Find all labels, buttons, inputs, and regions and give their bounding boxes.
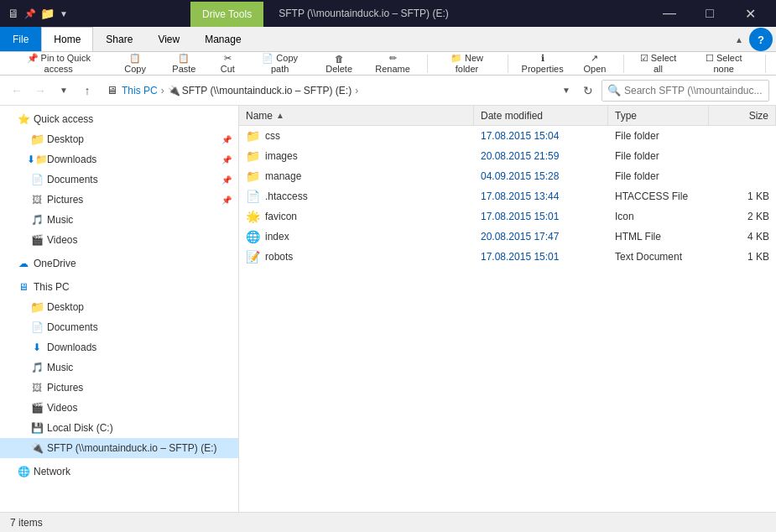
file-type-3: HTACCESS File (608, 186, 709, 206)
sidebar-label-pictures-pc: Pictures (47, 382, 83, 394)
sidebar-item-downloads-qa[interactable]: ⬇📁 Downloads 📌 (0, 149, 238, 170)
folder-icon-pictures-qa: 🖼 (30, 193, 44, 206)
paste-btn[interactable]: 📋 Paste (160, 55, 209, 73)
table-row[interactable]: 📝 robots 17.08.2015 15:01 Text Document … (239, 247, 776, 267)
cut-btn[interactable]: ✂ Cut (210, 55, 245, 73)
col-header-size[interactable]: Size (709, 106, 776, 126)
tab-file[interactable]: File (0, 27, 41, 51)
delete-btn[interactable]: 🗑 Delete (315, 55, 363, 73)
pin-icon-pictures: 📌 (221, 196, 232, 205)
file-size-4: 2 KB (709, 206, 776, 227)
tab-share[interactable]: Share (93, 27, 145, 51)
col-header-type[interactable]: Type (608, 106, 709, 126)
file-name-3: 📄 .htaccess (239, 186, 474, 206)
file-icon-4: 🌟 (246, 210, 260, 223)
folder-icon-videos-qa: 🎬 (30, 233, 44, 247)
sidebar-item-downloads-pc[interactable]: ⬇ Downloads (0, 337, 238, 357)
file-name-5: 🌐 index (239, 227, 474, 247)
breadcrumb-sep-1: › (161, 85, 164, 96)
ribbon-tabs: Drive Tools File Home Share View Manage … (0, 27, 776, 52)
file-name-2: 📁 manage (239, 166, 474, 186)
refresh-button[interactable]: ↻ (578, 81, 598, 101)
back-button[interactable]: ← (7, 81, 27, 101)
table-row[interactable]: 🌟 favicon 17.08.2015 15:01 Icon 2 KB (239, 206, 776, 227)
file-icon-1: 📁 (246, 149, 260, 163)
file-icon-5: 🌐 (246, 230, 260, 243)
table-row[interactable]: 📁 css 17.08.2015 15:04 File folder (239, 126, 776, 146)
sidebar-item-desktop-qa[interactable]: 📁 Desktop 📌 (0, 129, 238, 149)
breadcrumb[interactable]: 🖥 This PC › 🔌 SFTP (\\mountainduck.io – … (101, 80, 553, 102)
select-all-btn[interactable]: ☑ Select all (629, 55, 688, 73)
sidebar-item-music-pc[interactable]: 🎵 Music (0, 357, 238, 378)
table-row[interactable]: 🌐 index 20.08.2015 17:47 HTML File 4 KB (239, 227, 776, 247)
tab-drive-tools[interactable]: Drive Tools (190, 2, 263, 27)
table-row[interactable]: 📄 .htaccess 17.08.2015 13:44 HTACCESS Fi… (239, 186, 776, 206)
sidebar-item-music-qa[interactable]: 🎵 Music (0, 210, 238, 230)
sidebar-item-sftp[interactable]: 🔌 SFTP (\\mountainduck.io – SFTP) (E:) (0, 438, 238, 458)
sidebar-label-documents-pc: Documents (47, 321, 98, 333)
sidebar-label-desktop-qa: Desktop (47, 133, 84, 145)
sidebar-item-documents-pc[interactable]: 📄 Documents (0, 317, 238, 337)
tab-view[interactable]: View (145, 27, 192, 51)
sidebar-label-downloads-pc: Downloads (47, 342, 96, 353)
folder-icon-music-pc: 🎵 (30, 361, 44, 374)
sidebar-item-thispc[interactable]: 🖥 This PC (0, 277, 238, 297)
sidebar-item-videos-qa[interactable]: 🎬 Videos (0, 230, 238, 250)
folder-icon-downloads-qa: ⬇📁 (30, 153, 44, 166)
rename-btn[interactable]: ✏ Rename (365, 55, 420, 73)
sidebar-item-localdisk[interactable]: 💾 Local Disk (C:) (0, 418, 238, 438)
sidebar-item-onedrive[interactable]: ☁ OneDrive (0, 253, 238, 274)
sidebar-item-pictures-pc[interactable]: 🖼 Pictures (0, 378, 238, 398)
sidebar-item-network[interactable]: 🌐 Network (0, 462, 238, 482)
sidebar-item-desktop-pc[interactable]: 📁 Desktop (0, 297, 238, 317)
onedrive-icon: ☁ (17, 257, 30, 270)
table-row[interactable]: 📁 manage 04.09.2015 15:28 File folder (239, 166, 776, 186)
breadcrumb-sep-2: › (355, 85, 358, 96)
up-button[interactable]: ↑ (77, 81, 97, 101)
new-folder-btn[interactable]: 📁 New folder (433, 55, 501, 73)
folder-icon-downloads-pc: ⬇ (30, 341, 44, 354)
sidebar-label-videos-qa: Videos (47, 234, 77, 246)
search-input[interactable] (624, 85, 763, 96)
file-size-5: 4 KB (709, 227, 776, 247)
breadcrumb-thispc[interactable]: This PC (122, 85, 158, 96)
tab-manage[interactable]: Manage (192, 27, 253, 51)
sidebar-item-pictures-qa[interactable]: 🖼 Pictures 📌 (0, 190, 238, 210)
sidebar-label-sftp: SFTP (\\mountainduck.io – SFTP) (E:) (47, 442, 217, 454)
ribbon-group-new: 📁 New folder (433, 55, 508, 73)
tab-home[interactable]: Home (41, 27, 93, 51)
item-count: 7 items (10, 517, 43, 529)
address-dropdown-btn[interactable]: ▼ (556, 81, 576, 101)
minimize-button[interactable]: — (650, 0, 689, 27)
table-row[interactable]: 📁 images 20.08.2015 21:59 File folder (239, 146, 776, 166)
sidebar-item-documents-qa[interactable]: 📄 Documents 📌 (0, 170, 238, 190)
recent-btn[interactable]: ▼ (54, 81, 74, 101)
network-icon: 🌐 (17, 465, 30, 478)
maximize-button[interactable]: □ (690, 0, 729, 27)
sidebar-item-quick-access[interactable]: ⭐ Quick access (0, 109, 238, 129)
file-date-1: 20.08.2015 21:59 (474, 146, 608, 166)
folder-icon-desktop-pc: 📁 (30, 300, 44, 314)
sidebar-label-music-qa: Music (47, 214, 73, 226)
sidebar-label-music-pc: Music (47, 362, 73, 373)
copy-btn[interactable]: 📋 Copy (112, 55, 158, 73)
file-icon-3: 📄 (246, 190, 260, 203)
sidebar-label-desktop-pc: Desktop (47, 301, 84, 313)
sidebar-item-videos-pc[interactable]: 🎬 Videos (0, 398, 238, 418)
help-button[interactable]: ? (749, 28, 773, 51)
file-size-2 (709, 166, 776, 186)
pin-to-quick-access-btn[interactable]: 📌 Pin to Quick access (7, 55, 110, 73)
select-none-btn[interactable]: ☐ Select none (689, 55, 758, 73)
col-header-date[interactable]: Date modified (474, 106, 608, 126)
file-icon-2: 📁 (246, 170, 260, 183)
ribbon-collapse-btn[interactable]: ▲ (729, 29, 749, 50)
col-header-name[interactable]: Name ▲ (239, 106, 474, 126)
copy-path-btn[interactable]: 📄 Copy path (247, 55, 313, 73)
title-bar-icons: 🖥 📌 📁 ▼ (7, 7, 70, 20)
open-btn[interactable]: ↗ Open (573, 55, 617, 73)
forward-button[interactable]: → (30, 81, 50, 101)
search-bar[interactable]: 🔍 (602, 80, 769, 102)
close-button[interactable]: ✕ (731, 0, 769, 27)
file-size-0 (709, 126, 776, 146)
properties-btn[interactable]: ℹ Properties (513, 55, 571, 73)
